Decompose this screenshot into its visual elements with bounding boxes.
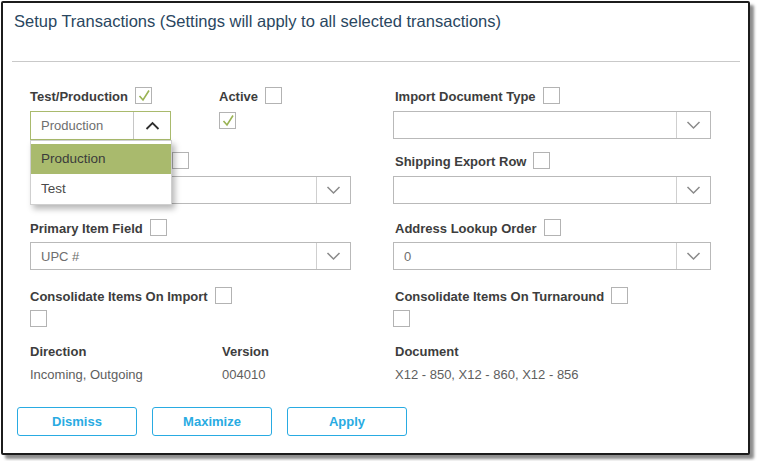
test-production-checkbox[interactable] bbox=[135, 87, 152, 104]
dropdown-option-test[interactable]: Test bbox=[31, 174, 171, 204]
direction-label: Direction bbox=[30, 344, 86, 359]
chevron-down-icon bbox=[316, 243, 350, 269]
primary-item-field-label: Primary Item Field bbox=[30, 220, 143, 237]
document-label: Document bbox=[395, 344, 459, 359]
primary-item-field-combobox[interactable]: UPC # bbox=[30, 242, 351, 270]
consolidate-items-on-turnaround-checkbox[interactable] bbox=[611, 287, 628, 304]
shipping-export-row-combobox-value bbox=[394, 177, 676, 203]
address-lookup-order-label: Address Lookup Order bbox=[395, 220, 537, 237]
shipping-export-row-label-row: Shipping Export Row bbox=[395, 153, 550, 170]
chevron-down-icon bbox=[676, 112, 710, 138]
dialog-title: Setup Transactions (Settings will apply … bbox=[14, 12, 501, 31]
consolidate-items-on-turnaround-label: Consolidate Items On Turnaround bbox=[395, 288, 604, 305]
document-value: X12 - 850, X12 - 860, X12 - 856 bbox=[395, 367, 579, 382]
address-lookup-order-combobox[interactable]: 0 bbox=[393, 242, 711, 270]
consolidate-items-on-turnaround-value-checkbox[interactable] bbox=[393, 310, 410, 327]
setup-transactions-dialog: Setup Transactions (Settings will apply … bbox=[1, 1, 750, 455]
maximize-button[interactable]: Maximize bbox=[152, 407, 272, 436]
import-document-type-label: Import Document Type bbox=[395, 88, 536, 105]
import-document-type-combobox[interactable] bbox=[393, 111, 711, 139]
chevron-down-icon bbox=[676, 243, 710, 269]
import-document-type-checkbox[interactable] bbox=[543, 87, 560, 104]
address-lookup-order-label-row: Address Lookup Order bbox=[395, 220, 561, 237]
active-value-checkbox[interactable] bbox=[219, 112, 236, 129]
shipping-export-row-checkbox[interactable] bbox=[533, 152, 550, 169]
version-value: 004010 bbox=[222, 367, 265, 382]
test-production-combobox[interactable]: Production bbox=[30, 111, 171, 140]
consolidate-items-on-import-checkbox[interactable] bbox=[215, 287, 232, 304]
screen: Setup Transactions (Settings will apply … bbox=[0, 0, 758, 461]
chevron-down-icon bbox=[316, 177, 350, 203]
import-document-type-combobox-value bbox=[394, 112, 676, 138]
test-production-combobox-value: Production bbox=[31, 112, 133, 139]
consolidate-items-on-import-label-row: Consolidate Items On Import bbox=[30, 288, 232, 305]
dropdown-option-production[interactable]: Production bbox=[31, 144, 171, 174]
title-divider bbox=[12, 61, 740, 62]
active-label-checkbox[interactable] bbox=[265, 87, 282, 104]
direction-value: Incoming, Outgoing bbox=[30, 367, 143, 382]
consolidate-items-on-import-label: Consolidate Items On Import bbox=[30, 288, 208, 305]
primary-item-field-label-row: Primary Item Field bbox=[30, 220, 167, 237]
import-document-type-label-row: Import Document Type bbox=[395, 88, 560, 105]
active-label-row: Active bbox=[219, 88, 282, 105]
chevron-up-icon bbox=[133, 112, 170, 139]
primary-item-field-combobox-value: UPC # bbox=[31, 243, 316, 269]
address-lookup-order-checkbox[interactable] bbox=[544, 219, 561, 236]
chevron-down-icon bbox=[676, 177, 710, 203]
consolidate-items-on-import-value-checkbox[interactable] bbox=[30, 310, 47, 327]
dismiss-button[interactable]: Dismiss bbox=[17, 407, 137, 436]
test-production-dropdown-list: Production Test bbox=[30, 140, 172, 205]
obscured-field-checkbox[interactable] bbox=[172, 152, 189, 169]
test-production-label-row: Test/Production bbox=[30, 88, 152, 105]
primary-item-field-checkbox[interactable] bbox=[150, 219, 167, 236]
shipping-export-row-label: Shipping Export Row bbox=[395, 153, 526, 170]
consolidate-items-on-turnaround-label-row: Consolidate Items On Turnaround bbox=[395, 288, 628, 305]
active-label: Active bbox=[219, 88, 258, 105]
shipping-export-row-combobox[interactable] bbox=[393, 176, 711, 204]
address-lookup-order-combobox-value: 0 bbox=[394, 243, 676, 269]
apply-button[interactable]: Apply bbox=[287, 407, 407, 436]
version-label: Version bbox=[222, 344, 269, 359]
test-production-label: Test/Production bbox=[30, 88, 128, 105]
